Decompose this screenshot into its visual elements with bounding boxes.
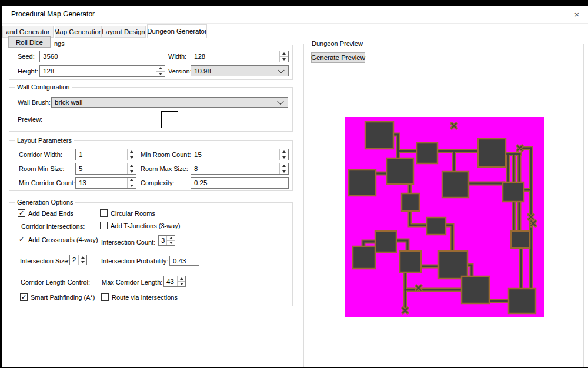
chevron-down-icon [278,66,284,73]
add-t-junctions-label: Add T-Junctions (3-way) [111,222,180,229]
min-corridor-count-label: Min Corridor Count: [19,179,75,186]
seed-input[interactable]: 3560 [39,51,165,62]
map-room [375,231,396,252]
version-label: Version: [168,68,192,75]
wall-group-title: Wall Configuration [15,83,72,91]
intersection-probability-label: Intersection Probability: [101,257,168,265]
layout-group-title: Layout Parameters [15,137,74,144]
map-room [462,276,489,303]
dungeon-preview-title: Dungeon Preview [309,40,365,47]
map-room [511,231,530,248]
intersection-size-input[interactable]: 2 [69,255,87,265]
route-via-intersections-label: Route via Intersections [112,293,178,301]
tab-map-generation[interactable]: Map Generation [55,26,102,38]
width-spinner[interactable] [279,51,288,62]
chevron-down-icon [277,98,283,105]
intersection-probability-input[interactable]: 0.43 [169,256,199,266]
roll-dice-button[interactable]: Roll Dice [8,36,51,48]
circular-rooms-checkbox[interactable] [100,209,108,217]
map-room [427,218,446,235]
min-room-count-spinner[interactable] [279,149,288,160]
height-input[interactable]: 128 [39,65,165,77]
dungeon-preview-image [345,117,544,317]
room-max-size-input[interactable]: 8 [191,163,289,175]
generation-group-title: Generation Options [15,199,75,206]
version-dropdown[interactable]: 10.98 [191,65,289,76]
app-window: Procedural Map Generator × and Generator… [2,6,588,367]
map-room [439,251,467,279]
corridor-width-label: Corridor Width: [19,151,62,158]
map-room [365,122,393,149]
min-room-count-input[interactable]: 15 [191,149,289,160]
smart-pathfinding-label: Smart Pathfinding (A*) [31,293,95,301]
corridor-intersections-label: Corridor Intersections: [21,223,85,230]
map-room [402,193,419,211]
map-room [349,170,376,196]
intersection-size-spinner[interactable] [78,255,86,265]
corridor-width-input[interactable]: 1 [75,149,136,160]
map-room [478,139,506,167]
room-max-size-spinner[interactable] [279,163,288,174]
map-room [503,182,524,202]
complexity-input[interactable]: 0.25 [191,177,289,189]
tab-dungeon-generator[interactable]: Dungeon Generator [147,24,207,38]
titlebar: Procedural Map Generator × [2,6,588,24]
max-corridor-length-spinner[interactable] [177,276,185,286]
add-crossroads-checkbox[interactable]: ✓ [18,236,25,243]
add-dead-ends-checkbox[interactable]: ✓ [18,209,25,217]
height-spinner[interactable] [156,66,165,76]
corridor-length-control-label: Corridor Length Control: [21,279,90,286]
add-dead-ends-label: Add Dead Ends [28,209,74,217]
route-via-intersections-checkbox[interactable] [101,293,109,301]
generate-preview-button[interactable]: Generate Preview [311,52,365,63]
room-min-size-label: Room Min Size: [19,165,65,172]
min-corridor-count-input[interactable]: 13 [75,177,136,189]
map-room [353,246,375,269]
room-max-size-label: Room Max Size: [141,165,188,172]
intersection-size-label: Intersection Size: [20,257,69,265]
brush-preview-label: Preview: [18,116,42,123]
add-t-junctions-checkbox[interactable] [100,222,108,229]
wall-brush-label: Wall Brush: [18,99,51,106]
map-room [509,289,536,313]
brush-preview-swatch [161,111,178,128]
map-room [387,158,413,184]
add-crossroads-label: Add Crossroads (4-way) [28,236,98,243]
intersection-count-spinner[interactable] [166,236,175,245]
height-label: Height: [18,68,38,75]
min-corridor-count-spinner[interactable] [127,178,136,188]
tab-layout-design[interactable]: Layout Design [101,26,146,38]
wall-brush-dropdown[interactable]: brick wall [51,97,288,108]
room-min-size-input[interactable]: 5 [75,163,136,175]
max-corridor-length-label: Max Corridor Length: [102,279,162,286]
min-room-count-label: Min Room Count: [141,151,191,158]
width-label: Width: [168,53,186,60]
room-min-size-spinner[interactable] [127,163,136,174]
dungeon-map-svg [345,117,544,317]
seed-label: Seed: [18,53,35,60]
intersection-count-label: Intersection Count: [101,239,155,246]
complexity-label: Complexity: [141,179,174,186]
circular-rooms-label: Circular Rooms [111,209,155,217]
max-corridor-length-input[interactable]: 43 [163,276,186,287]
generation-options-group: Generation Options [9,202,293,306]
map-room [417,143,437,163]
intersection-count-input[interactable]: 3 [158,235,175,246]
width-input[interactable]: 128 [191,51,289,62]
tab-and-generator[interactable]: and Generator [2,26,54,38]
close-button[interactable]: × [565,6,588,22]
wall-configuration-group: Wall Configuration [9,87,293,132]
corridor-width-spinner[interactable] [127,149,136,160]
smart-pathfinding-checkbox[interactable]: ✓ [20,293,28,301]
window-title: Procedural Map Generator [11,10,95,18]
map-room [400,251,421,272]
map-room [442,172,469,198]
